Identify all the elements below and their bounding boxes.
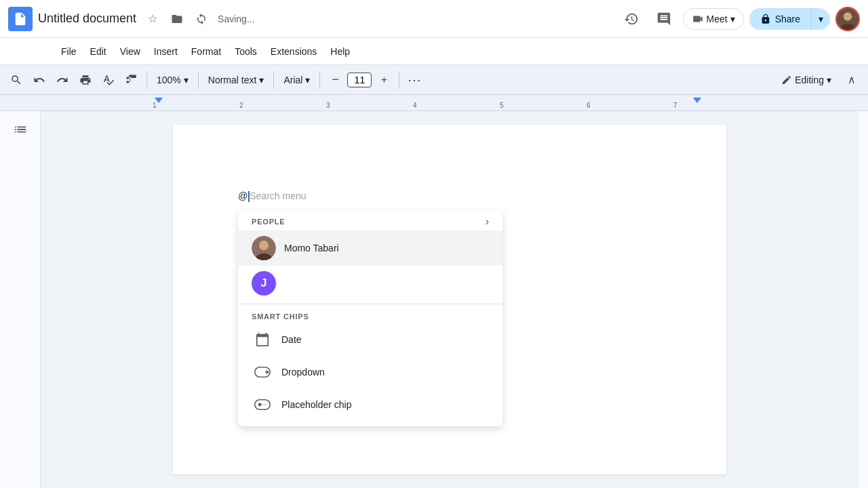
font-size-input[interactable] <box>347 73 372 87</box>
ruler-mark-4: 4 <box>413 95 417 110</box>
font-size-increase-button[interactable]: + <box>373 69 395 91</box>
svg-point-9 <box>258 403 262 407</box>
ruler-mark-7: 7 <box>673 95 677 110</box>
ruler-mark-3: 3 <box>326 95 330 110</box>
right-sidebar <box>859 111 868 488</box>
dropdown-menu: PEOPLE › Mo <box>238 210 502 426</box>
person-momo-tabari[interactable]: Momo Tabari <box>238 230 502 266</box>
title-bar: Untitled document ☆ Saving... Meet ▾ Sha… <box>0 0 868 38</box>
main-area: @Search menu PEOPLE › <box>0 111 868 488</box>
ruler: 1 2 3 4 5 6 7 <box>0 95 868 111</box>
title-icons: ☆ Saving... <box>142 8 254 30</box>
section-divider <box>238 304 502 304</box>
meet-chevron: ▾ <box>730 14 735 24</box>
toolbar-divider-3 <box>273 72 274 88</box>
spellcheck-button[interactable] <box>98 69 119 91</box>
svg-point-10 <box>262 404 263 405</box>
saving-text: Saving... <box>218 14 254 24</box>
menu-extensions[interactable]: Extensions <box>264 42 323 61</box>
placeholder-chip-row[interactable]: Placeholder chip <box>238 388 502 421</box>
doc-page[interactable]: @Search menu PEOPLE › <box>173 125 726 474</box>
at-mention-area: @Search menu PEOPLE › <box>238 190 307 202</box>
print-button[interactable] <box>75 69 96 91</box>
edit-mode-label: Editing <box>795 75 824 85</box>
placeholder-chip-icon <box>252 394 273 415</box>
avatar[interactable] <box>835 7 860 31</box>
menu-file[interactable]: File <box>54 42 83 61</box>
outline-icon[interactable] <box>13 122 28 140</box>
meet-label: Meet <box>707 14 728 24</box>
menu-insert[interactable]: Insert <box>147 42 184 61</box>
people-section-header[interactable]: PEOPLE › <box>238 210 502 230</box>
svg-point-11 <box>264 404 266 405</box>
people-section-label: PEOPLE <box>252 218 285 226</box>
toolbar-divider-5 <box>399 72 399 88</box>
zoom-selector[interactable]: 100% ▾ <box>151 72 194 88</box>
collapse-toolbar-button[interactable]: ∧ <box>841 69 863 91</box>
menu-help[interactable]: Help <box>323 42 357 61</box>
star-button[interactable]: ☆ <box>142 8 163 30</box>
j-avatar: J <box>252 271 276 296</box>
person-j[interactable]: J <box>238 266 502 301</box>
sync-button[interactable] <box>191 8 212 30</box>
doc-title[interactable]: Untitled document <box>38 12 136 26</box>
history-button[interactable] <box>618 5 645 33</box>
text-style-selector[interactable]: Normal text ▾ <box>203 72 270 88</box>
font-chevron: ▾ <box>305 75 310 85</box>
share-label: Share <box>775 14 800 24</box>
outline-sidebar <box>0 111 41 488</box>
share-arrow-button[interactable]: ▾ <box>811 8 830 30</box>
at-cursor: @ <box>238 190 250 201</box>
smart-chips-header: SMART CHIPS <box>238 307 502 323</box>
folder-button[interactable] <box>166 8 188 30</box>
smart-chips-label: SMART CHIPS <box>252 312 309 321</box>
share-button[interactable]: Share ▾ <box>749 8 830 30</box>
dropdown-scroll[interactable]: PEOPLE › Mo <box>238 210 502 421</box>
font-name: Arial <box>283 75 302 85</box>
menu-bar: File Edit View Insert Format Tools Exten… <box>0 38 868 65</box>
dropdown-chip-icon <box>252 361 273 383</box>
share-main-button[interactable]: Share <box>749 8 811 30</box>
dropdown-chip-svg <box>254 366 271 378</box>
app-icon[interactable] <box>8 7 33 31</box>
zoom-value: 100% <box>157 75 181 85</box>
undo-button[interactable] <box>28 69 50 91</box>
j-avatar-inner: J <box>252 271 276 296</box>
avatar-inner <box>837 8 859 30</box>
date-chip-icon <box>252 329 273 350</box>
dropdown-chip-row[interactable]: Dropdown <box>238 356 502 388</box>
doc-area[interactable]: @Search menu PEOPLE › <box>41 111 859 488</box>
font-size-decrease-button[interactable]: − <box>324 69 346 91</box>
edit-mode-button[interactable]: Editing ▾ <box>773 70 840 89</box>
search-placeholder: Search menu <box>250 190 306 201</box>
paint-format-button[interactable] <box>121 69 142 91</box>
menu-tools[interactable]: Tools <box>228 42 264 61</box>
dropdown-chip-label: Dropdown <box>281 367 489 378</box>
menu-format[interactable]: Format <box>184 42 228 61</box>
title-bar-right: Meet ▾ Share ▾ <box>618 5 860 33</box>
menu-edit[interactable]: Edit <box>83 42 113 61</box>
comments-button[interactable] <box>650 5 677 33</box>
placeholder-chip-label: Placeholder chip <box>281 399 489 410</box>
toolbar-divider-2 <box>198 72 199 88</box>
toolbar: 100% ▾ Normal text ▾ Arial ▾ − + ⋯ Editi… <box>0 65 868 95</box>
menu-view[interactable]: View <box>113 42 147 61</box>
date-chip-row[interactable]: Date <box>238 323 502 356</box>
meet-button[interactable]: Meet ▾ <box>683 8 744 30</box>
momo-avatar-svg <box>252 236 276 260</box>
zoom-chevron: ▾ <box>184 75 189 85</box>
ruler-right-marker[interactable] <box>693 98 701 103</box>
redo-button[interactable] <box>52 69 73 91</box>
person-momo-name: Momo Tabari <box>284 243 489 253</box>
docs-svg-icon <box>13 12 28 26</box>
svg-point-4 <box>259 241 269 250</box>
search-button[interactable] <box>5 69 27 91</box>
svg-point-1 <box>844 12 852 20</box>
edit-chevron: ▾ <box>827 75 831 85</box>
ruler-mark-1: 1 <box>153 95 157 110</box>
toolbar-divider-4 <box>319 72 320 88</box>
people-section-arrow: › <box>486 216 489 228</box>
more-options-button[interactable]: ⋯ <box>403 69 425 91</box>
text-style-chevron: ▾ <box>259 75 264 85</box>
font-selector[interactable]: Arial ▾ <box>278 72 315 88</box>
